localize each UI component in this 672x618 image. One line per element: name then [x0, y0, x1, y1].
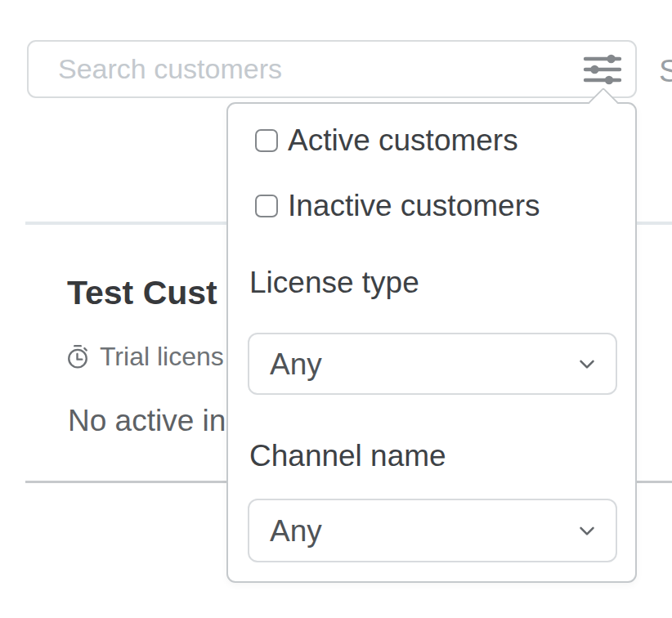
- channel-name-value: Any: [270, 516, 575, 546]
- trial-license-text: Trial licens: [100, 343, 224, 369]
- no-active-status-text: No active in: [68, 405, 226, 436]
- active-customers-label: Active customers: [288, 125, 518, 155]
- timer-icon: [65, 343, 90, 369]
- inactive-customers-label: Inactive customers: [288, 190, 540, 221]
- customer-name-heading: Test Cust: [67, 276, 217, 310]
- chevron-down-icon: [575, 518, 599, 543]
- license-type-label: License type: [249, 267, 419, 298]
- chevron-down-icon: [575, 352, 599, 376]
- sliders-icon: [583, 52, 622, 87]
- channel-name-select[interactable]: Any: [248, 499, 617, 562]
- search-box: [27, 40, 637, 98]
- filter-popover: Active customers Inactive customers Lice…: [226, 102, 637, 583]
- active-customers-row[interactable]: Active customers: [255, 125, 518, 155]
- channel-name-label: Channel name: [249, 441, 446, 471]
- filter-button[interactable]: [578, 47, 627, 92]
- search-input[interactable]: [58, 42, 565, 96]
- trial-license-row: Trial licens: [65, 343, 224, 369]
- sort-partial-text: S: [659, 54, 672, 89]
- license-type-select[interactable]: Any: [248, 333, 617, 395]
- inactive-customers-row[interactable]: Inactive customers: [255, 190, 540, 221]
- active-customers-checkbox[interactable]: [255, 129, 278, 152]
- inactive-customers-checkbox[interactable]: [255, 195, 278, 217]
- license-type-value: Any: [270, 349, 575, 379]
- customers-page: { "palette": { "panel_border": "#c5c9cc"…: [0, 0, 672, 618]
